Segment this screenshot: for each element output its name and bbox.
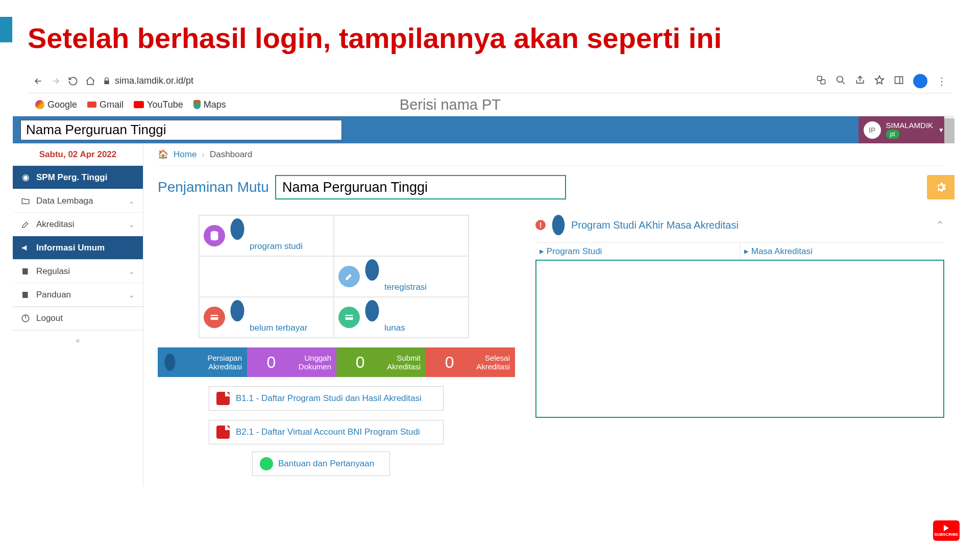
book-icon: [21, 267, 30, 276]
book-icon: [21, 290, 30, 299]
gear-icon: [935, 182, 946, 193]
status-submit[interactable]: 0 SubmitAkreditasi: [336, 347, 426, 377]
reload-button[interactable]: [68, 76, 78, 86]
bookmark-maps[interactable]: Maps: [193, 99, 226, 110]
sidebar: Sabtu, 02 Apr 2022 ◉ SPM Perg. Tinggi Da…: [13, 143, 143, 486]
stat-label: program studi: [250, 241, 303, 252]
count-marker: [365, 259, 379, 281]
sidebar-item-logout[interactable]: Logout: [13, 307, 143, 330]
database-icon: [204, 225, 225, 246]
youtube-subscribe-badge[interactable]: SUBSCRIBE: [933, 520, 960, 541]
svg-rect-11: [346, 316, 353, 318]
stat-program-studi[interactable]: program studi: [199, 215, 334, 256]
column-program-studi[interactable]: ▸ Program Studi: [535, 242, 740, 260]
bookmarks-bar: Google Gmail YouTube Maps Berisi nama PT: [28, 93, 952, 116]
pdf-icon: [216, 392, 230, 405]
star-icon[interactable]: [874, 75, 885, 87]
chevron-down-icon: ⌄: [129, 197, 135, 205]
profile-avatar[interactable]: [913, 74, 927, 88]
stats-grid: program studi teregistrasi: [199, 215, 469, 338]
main-content: 🏠 Home › Dashboard Penjaminan Mutu Nama …: [143, 143, 954, 486]
app-window: Nama Perguruan Tinggi IP SIMALAMDIK pt ▼…: [13, 116, 954, 486]
url-bar[interactable]: sima.lamdik.or.id/pt: [103, 76, 193, 86]
settings-button[interactable]: [927, 175, 954, 199]
help-whatsapp-link[interactable]: Bantuan dan Pertanyaan: [252, 452, 390, 476]
card-icon: [204, 307, 225, 328]
status-selesai[interactable]: 0 SelesaiAkreditasi: [426, 347, 515, 377]
folder-icon: [21, 196, 30, 206]
power-icon: [21, 314, 30, 323]
sidebar-item-label: Regulasi: [36, 266, 70, 277]
pdf-icon: [216, 425, 230, 439]
whatsapp-icon: [260, 457, 273, 470]
breadcrumb-current: Dashboard: [210, 149, 252, 160]
chrome-menu-button[interactable]: ⋮: [937, 75, 947, 87]
megaphone-icon: [21, 243, 30, 253]
doc-link-b11[interactable]: B1.1 - Daftar Program Studi dan Hasil Ak…: [209, 386, 444, 411]
status-persiapan[interactable]: PersiapanAkreditasi: [158, 347, 247, 377]
count-marker: [231, 300, 244, 321]
sidebar-item-spm[interactable]: ◉ SPM Perg. Tinggi: [13, 166, 143, 189]
sidebar-item-label: Akreditasi: [36, 219, 75, 230]
pt-name-heading: Nama Perguruan Tinggi: [20, 120, 342, 140]
count-marker: [165, 354, 176, 371]
stat-teregistrasi[interactable]: teregistrasi: [334, 256, 469, 297]
zoom-icon[interactable]: [836, 75, 846, 87]
doc-link-label: B1.1 - Daftar Program Studi dan Hasil Ak…: [236, 393, 422, 404]
card-icon: [338, 307, 360, 328]
stat-lunas[interactable]: lunas: [334, 297, 469, 338]
sidebar-item-panduan[interactable]: Panduan ⌄: [13, 283, 143, 307]
count-marker: [365, 300, 379, 321]
user-menu[interactable]: IP SIMALAMDIK pt ▼: [859, 116, 954, 143]
stat-belum-terbayar[interactable]: belum terbayar: [199, 297, 334, 338]
home-button[interactable]: [85, 76, 95, 86]
google-icon: [35, 100, 44, 109]
bookmark-google[interactable]: Google: [35, 99, 77, 110]
panel-empty-body: [535, 260, 944, 418]
sidebar-item-label: Data Lembaga: [36, 196, 93, 206]
sidebar-item-label: SPM Perg. Tinggi: [36, 172, 107, 183]
sidepanel-icon[interactable]: [894, 75, 904, 87]
count-marker: [231, 218, 244, 240]
chevron-down-icon: ⌄: [129, 291, 135, 299]
sidebar-item-data-lembaga[interactable]: Data Lembaga ⌄: [13, 189, 143, 213]
column-masa-akreditasi[interactable]: ▸ Masa Akreditasi: [740, 242, 944, 260]
sidebar-collapse-button[interactable]: «: [13, 330, 143, 349]
forward-button[interactable]: [51, 76, 61, 86]
breadcrumb-home[interactable]: Home: [174, 149, 197, 160]
help-link-label: Bantuan dan Pertanyaan: [278, 459, 374, 469]
doc-link-b21[interactable]: B2.1 - Daftar Virtual Account BNI Progra…: [209, 420, 444, 444]
breadcrumb: 🏠 Home › Dashboard: [158, 143, 944, 166]
status-count: 0: [356, 353, 365, 372]
sidebar-item-label: Panduan: [36, 290, 71, 300]
translate-icon[interactable]: [816, 75, 826, 87]
sidebar-item-informasi[interactable]: Informasi Umum: [13, 236, 143, 260]
dashboard-icon: ◉: [21, 173, 30, 182]
panel-title: Program Studi AKhir Masa Akreditasi: [571, 219, 739, 231]
status-unggah[interactable]: 0 UnggahDokumen: [247, 347, 336, 377]
slide-heading: Setelah berhasil login, tampilannya akan…: [28, 0, 722, 55]
bookmark-youtube[interactable]: YouTube: [134, 99, 183, 110]
back-button[interactable]: [33, 76, 43, 86]
share-icon[interactable]: [855, 75, 865, 87]
edit-icon: [21, 220, 30, 229]
breadcrumb-separator: ›: [202, 149, 205, 160]
alert-icon: !: [535, 220, 546, 230]
chevron-down-icon: ⌄: [129, 267, 135, 276]
browser-toolbar: sima.lamdik.or.id/pt ⋮: [28, 69, 952, 93]
sidebar-item-akreditasi[interactable]: Akreditasi ⌄: [13, 213, 143, 236]
user-avatar: IP: [864, 121, 881, 139]
svg-point-2: [837, 76, 843, 82]
home-icon: 🏠: [158, 149, 168, 160]
status-count: 0: [445, 353, 454, 372]
bookmark-gmail[interactable]: Gmail: [87, 99, 124, 110]
chevron-up-icon[interactable]: ⌃: [936, 219, 944, 231]
gmail-icon: [87, 102, 96, 108]
sidebar-item-regulasi[interactable]: Regulasi ⌄: [13, 260, 143, 283]
doc-link-label: B2.1 - Daftar Virtual Account BNI Progra…: [236, 427, 420, 437]
count-marker: [552, 215, 565, 235]
app-header: Nama Perguruan Tinggi IP SIMALAMDIK pt ▼: [13, 116, 954, 143]
maps-icon: [193, 100, 201, 109]
current-date: Sabtu, 02 Apr 2022: [13, 143, 143, 166]
panel-heading: ! Program Studi AKhir Masa Akreditasi ⌃: [535, 215, 944, 235]
